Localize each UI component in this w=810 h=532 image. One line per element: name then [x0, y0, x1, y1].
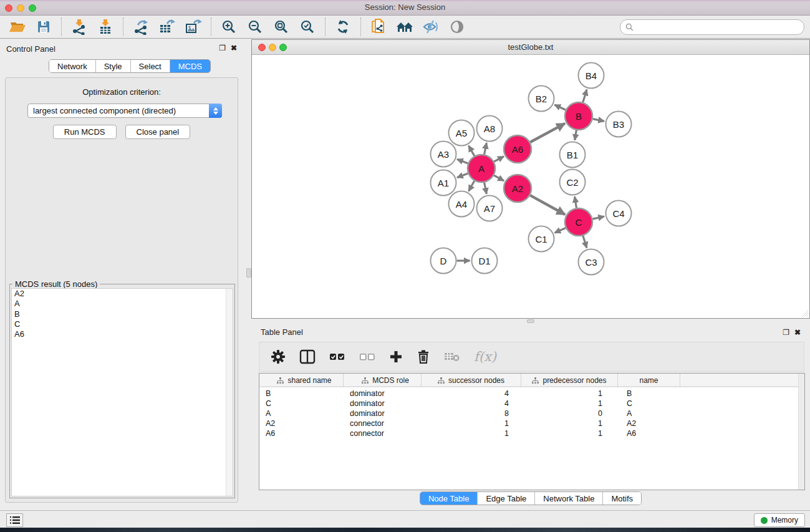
table-cell[interactable]: A2 [259, 418, 344, 428]
function-builder-icon[interactable]: f(x) [474, 349, 496, 364]
table-cell[interactable]: 1 [422, 418, 521, 428]
graph-edge-A-A7[interactable] [485, 183, 487, 194]
result-scrollbar[interactable] [226, 289, 233, 496]
graph-edge-A-A2[interactable] [494, 175, 504, 181]
export-table-icon[interactable] [157, 17, 178, 36]
column-header-shared-name[interactable]: shared name [259, 374, 344, 387]
hide-graphics-details-icon[interactable] [420, 17, 441, 36]
table-row[interactable]: Cdominator41C [259, 399, 798, 409]
export-image-icon[interactable] [183, 17, 204, 36]
graph-edge-A-A3[interactable] [457, 159, 468, 163]
table-cell[interactable]: 4 [422, 389, 521, 399]
trash-icon[interactable] [417, 349, 430, 364]
column-header-predecessor-nodes[interactable]: predecessor nodes [521, 374, 618, 387]
table-cell[interactable]: A2 [618, 418, 680, 428]
search-field[interactable] [620, 19, 804, 35]
run-mcds-button[interactable]: Run MCDS [53, 125, 117, 139]
table-scrollbar[interactable] [798, 374, 804, 490]
table-cell[interactable]: A [618, 409, 680, 418]
table-cell[interactable]: 1 [422, 428, 521, 438]
home-layout-icon[interactable] [394, 17, 415, 36]
open-file-icon[interactable] [7, 17, 28, 36]
graph-edge-C-C3[interactable] [583, 236, 587, 248]
table-cell[interactable]: dominator [344, 409, 422, 418]
table-row[interactable]: A2connector11A2 [259, 418, 798, 428]
graph-edge-A2-C[interactable] [530, 195, 565, 215]
search-input[interactable] [637, 22, 804, 32]
criterion-dropdown[interactable]: largest connected component (directed) [27, 104, 222, 118]
graph-edge-B-B1[interactable] [575, 130, 577, 140]
tab-edge-table[interactable]: Edge Table [478, 492, 535, 505]
result-item[interactable]: C [12, 319, 233, 329]
tab-style[interactable]: Style [96, 60, 131, 72]
save-session-icon[interactable] [33, 17, 54, 36]
table-cell[interactable]: A6 [259, 428, 344, 438]
result-item[interactable]: A2 [12, 289, 233, 299]
table-cell[interactable]: A6 [618, 428, 680, 438]
tab-network[interactable]: Network [49, 60, 96, 72]
network-canvas[interactable]: B4B2BB3B1A5A8A6A3AA1C2A4A7A2CC4C1C3DD1 [252, 56, 809, 318]
column-header-name[interactable]: name [618, 374, 680, 387]
graph-edge-B-B2[interactable] [554, 105, 566, 110]
select-all-icon[interactable] [329, 349, 345, 364]
graph-edge-A6-B[interactable] [530, 123, 565, 142]
network-graph[interactable]: B4B2BB3B1A5A8A6A3AA1C2A4A7A2CC4C1C3DD1 [252, 56, 809, 319]
table-cell[interactable]: B [259, 389, 344, 399]
delete-table-icon[interactable] [444, 351, 460, 363]
add-row-icon[interactable] [389, 350, 403, 364]
zoom-in-icon[interactable] [218, 17, 239, 36]
graph-edge-C-C1[interactable] [554, 228, 566, 233]
graph-edge-A-A8[interactable] [485, 143, 487, 154]
graph-edge-B-B3[interactable] [593, 119, 604, 122]
export-network-icon[interactable] [130, 17, 152, 36]
refresh-icon[interactable] [332, 17, 354, 36]
columns-icon[interactable] [299, 349, 316, 364]
import-table-icon[interactable] [95, 17, 116, 36]
zoom-out-icon[interactable] [244, 17, 266, 36]
tab-mcds[interactable]: MCDS [170, 60, 210, 72]
task-history-button[interactable] [6, 513, 23, 527]
gear-icon[interactable] [271, 349, 286, 364]
result-item[interactable]: A [12, 299, 233, 309]
result-item[interactable]: B [12, 309, 233, 319]
table-cell[interactable]: 8 [422, 409, 521, 418]
table-cell[interactable]: connector [344, 418, 422, 428]
table-cell[interactable]: dominator [344, 399, 422, 409]
close-panel-icon[interactable]: ✖ [231, 44, 237, 52]
graph-edge-B-B4[interactable] [583, 89, 587, 102]
zoom-fit-icon[interactable] [271, 17, 292, 36]
table-row[interactable]: Adominator80A [259, 409, 798, 418]
table-cell[interactable]: C [618, 399, 680, 409]
float-panel-icon[interactable]: ❐ [219, 44, 226, 52]
node-table[interactable]: shared name MCDS role successor nodes pr… [259, 373, 805, 490]
table-row[interactable]: A6connector11A6 [259, 428, 798, 438]
table-close-panel-icon[interactable]: ✖ [794, 329, 801, 336]
close-panel-button[interactable]: Close panel [125, 125, 191, 139]
column-header-mcds-role[interactable]: MCDS role [344, 374, 422, 387]
tab-motifs[interactable]: Motifs [603, 492, 641, 505]
import-network-icon[interactable] [69, 17, 90, 36]
table-cell[interactable]: 0 [521, 409, 618, 418]
table-cell[interactable]: A [259, 409, 344, 418]
resize-grip-icon[interactable] [800, 309, 809, 317]
table-cell[interactable]: 1 [521, 418, 618, 428]
table-cell[interactable]: connector [344, 428, 422, 438]
table-cell[interactable]: 1 [521, 399, 618, 409]
zoom-selected-icon[interactable] [297, 17, 318, 36]
tab-select[interactable]: Select [131, 60, 170, 72]
table-cell[interactable]: dominator [344, 389, 422, 399]
column-header-successor-nodes[interactable]: successor nodes [422, 374, 521, 387]
graph-edge-A-A5[interactable] [469, 145, 475, 155]
memory-button[interactable]: Memory [754, 513, 805, 527]
table-cell[interactable]: 4 [422, 399, 521, 409]
graph-edge-A-A6[interactable] [494, 157, 504, 162]
graph-edge-C-C4[interactable] [592, 216, 604, 219]
table-cell[interactable]: B [618, 389, 680, 399]
graph-edge-A-A4[interactable] [469, 181, 475, 191]
graph-edge-C-C2[interactable] [575, 196, 577, 208]
graph-edge-A-A1[interactable] [457, 173, 468, 178]
result-item[interactable]: A6 [12, 329, 233, 339]
mcds-result-list[interactable]: A2ABCA6 [11, 288, 233, 496]
tab-node-table[interactable]: Node Table [420, 492, 478, 505]
table-row[interactable]: Bdominator41B [259, 389, 798, 399]
